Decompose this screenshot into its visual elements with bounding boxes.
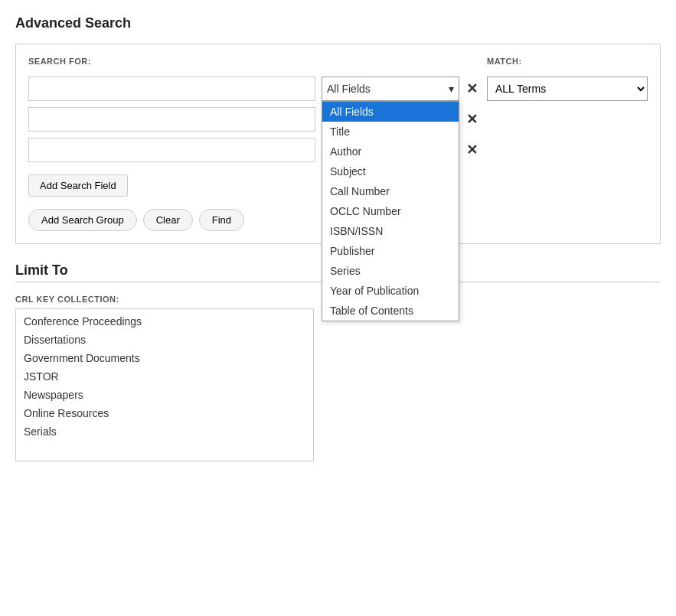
crl-listbox[interactable]: Conference Proceedings Dissertations Gov… — [15, 308, 314, 461]
dropdown-item-isbn-issn[interactable]: ISBN/ISSN — [322, 221, 459, 241]
field-dropdown-1-container: All Fields ▾ All Fields Title Author Sub… — [322, 77, 459, 101]
dropdown-item-all-fields[interactable]: All Fields — [322, 102, 459, 122]
remove-row-1-button[interactable]: ✕ — [462, 77, 481, 101]
dropdown-item-call-number[interactable]: Call Number — [322, 181, 459, 201]
advanced-search-box: SEARCH FOR: MATCH: All Fields ▾ All Fiel… — [15, 44, 661, 244]
page-title: Advanced Search — [15, 15, 661, 31]
search-for-label: SEARCH FOR: — [28, 57, 459, 66]
find-button[interactable]: Find — [199, 209, 244, 231]
remove-row-2-button[interactable]: ✕ — [462, 107, 481, 132]
dropdown-item-author[interactable]: Author — [322, 142, 459, 161]
crl-item-online-resources[interactable]: Online Resources — [16, 404, 313, 422]
dropdown-item-publisher[interactable]: Publisher — [322, 241, 459, 261]
add-search-field-button[interactable]: Add Search Field — [28, 174, 128, 197]
match-select[interactable]: ALL Terms ANY Terms Exact Phrase — [487, 77, 648, 101]
search-input-1[interactable] — [28, 77, 315, 101]
dropdown-item-series[interactable]: Series — [322, 261, 459, 281]
dropdown-item-subject[interactable]: Subject — [322, 161, 459, 181]
remove-row-3-button[interactable]: ✕ — [462, 138, 481, 162]
field-select-1-display[interactable]: All Fields ▾ — [322, 77, 459, 101]
crl-item-conference-proceedings[interactable]: Conference Proceedings — [16, 312, 313, 331]
crl-item-jstor[interactable]: JSTOR — [16, 367, 313, 386]
crl-item-government-documents[interactable]: Government Documents — [16, 349, 313, 367]
search-row-1: All Fields ▾ All Fields Title Author Sub… — [28, 77, 648, 101]
match-label: MATCH: — [487, 57, 648, 66]
search-input-2[interactable] — [28, 107, 315, 132]
crl-item-serials[interactable]: Serials — [16, 422, 313, 441]
crl-item-dissertations[interactable]: Dissertations — [16, 331, 313, 349]
field-select-1-value: All Fields — [327, 83, 371, 95]
crl-item-newspapers[interactable]: Newspapers — [16, 386, 313, 404]
search-input-3[interactable] — [28, 138, 315, 162]
dropdown-item-year-of-publication[interactable]: Year of Publication — [322, 281, 459, 301]
clear-button[interactable]: Clear — [143, 209, 193, 231]
dropdown-item-oclc-number[interactable]: OCLC Number — [322, 201, 459, 221]
dropdown-item-table-of-contents[interactable]: Table of Contents — [322, 301, 459, 321]
field-select-1-arrow: ▾ — [449, 83, 454, 95]
add-search-group-button[interactable]: Add Search Group — [28, 209, 137, 231]
field-dropdown-list-1: All Fields Title Author Subject Call Num… — [322, 101, 459, 321]
dropdown-item-title[interactable]: Title — [322, 122, 459, 142]
